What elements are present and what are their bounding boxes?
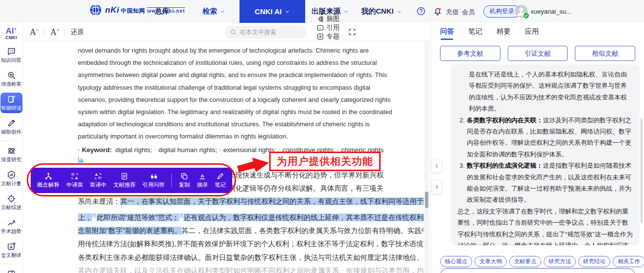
translate-icon: A bbox=[7, 242, 16, 251]
panel-scrollbar-thumb[interactable] bbox=[641, 118, 643, 223]
abstract-line: asymmetries between digital power and di… bbox=[78, 69, 384, 81]
in-document-search[interactable] bbox=[225, 26, 307, 39]
sidebar-item-2[interactable]: 增强检索 bbox=[0, 69, 22, 89]
body-text-line: 其内在逻辑关联，以及立法机关在确认权利类型时如何明晰不同权利之间的隶属关系、衔接… bbox=[78, 264, 384, 273]
nav-item-jiansuo[interactable]: 检索 bbox=[202, 0, 225, 23]
专题-button[interactable]: 专题 bbox=[316, 32, 339, 41]
docrec-icon bbox=[120, 172, 129, 180]
sidebar-item-6[interactable]: 文献计量 bbox=[0, 168, 22, 189]
doc-scrollbar-thumb[interactable] bbox=[425, 192, 428, 208]
abstract-line: scenarios, providing theoretical support… bbox=[78, 94, 384, 106]
divider bbox=[0, 140, 13, 141]
sidebar-item-4[interactable]: 辅助创作 bbox=[0, 117, 22, 137]
search-plus-icon bbox=[7, 71, 16, 80]
recharge-link[interactable]: 充值 bbox=[446, 8, 459, 17]
sidebar-item-9[interactable]: A全文翻译 bbox=[0, 240, 22, 260]
chat-icon bbox=[7, 47, 16, 56]
nav-item-zongku[interactable]: 总库 bbox=[155, 0, 176, 23]
tab-应用[interactable]: 应用 bbox=[525, 27, 539, 40]
book-icon bbox=[7, 95, 16, 104]
quote-icon bbox=[149, 172, 158, 180]
logo-brand-cn: 中国知网 bbox=[121, 7, 145, 14]
font-increase-button[interactable]: A+ bbox=[50, 27, 59, 37]
tag-相关工作[interactable]: 相关工作 bbox=[613, 256, 644, 267]
tag-研究结论[interactable]: 研究结论 bbox=[578, 256, 610, 267]
nav-item-cnkiai[interactable]: CNKI AI bbox=[239, 0, 305, 23]
footnote-marker[interactable]: 注 bbox=[92, 213, 97, 218]
keyword[interactable]: digital human rights; bbox=[158, 146, 217, 154]
sidebar-item-1[interactable]: 知识问答 bbox=[0, 45, 22, 65]
answer-summary: 总之，这段文字强调了在数字时代，理解和定义数字权利的重要性，同时也指出了当前研究… bbox=[458, 206, 633, 245]
keyword[interactable]: digital rights; bbox=[115, 146, 152, 154]
bell-icon[interactable] bbox=[433, 6, 442, 16]
username[interactable]: xueyanai_su... bbox=[531, 8, 571, 15]
svg-text:A: A bbox=[75, 176, 78, 180]
tag-文章大纲[interactable]: 文章大纲 bbox=[475, 256, 507, 267]
svg-text:中: 中 bbox=[71, 173, 75, 177]
help-icon[interactable] bbox=[416, 6, 426, 16]
logo-brand: nKi中国知网 bbox=[105, 5, 145, 15]
相似文献-button[interactable]: 相似文献 bbox=[575, 46, 635, 61]
globe-icon bbox=[89, 3, 102, 17]
popup-概念解释-button[interactable]: 概念解释 bbox=[37, 172, 59, 189]
keyword-label: Keyword: bbox=[82, 146, 112, 154]
annotation-label: 为用户提供相关功能 bbox=[269, 152, 381, 171]
ai-cnki-logo[interactable]: AI+ CNKI bbox=[5, 27, 17, 40]
引证文献-button[interactable]: 引证文献 bbox=[508, 46, 568, 61]
question-input[interactable] bbox=[440, 268, 635, 273]
body-text-line: 念前附加“数字”前缀的表述重构。其二，在法律实践层面，各类数字权利的隶属关系与效… bbox=[78, 224, 384, 237]
popup-复制-button[interactable]: 复制 bbox=[179, 172, 190, 189]
ai-answer-card: 是在线下还是线上，个人的基本权利如隐私权、言论自由等都应受到同等的保护。这种观点… bbox=[451, 64, 640, 245]
popup-笔记-button[interactable]: 笔记 bbox=[215, 172, 226, 189]
abstract-line: novel demands for rights brought about b… bbox=[78, 44, 384, 57]
popup-文献推荐-button[interactable]: 文献推荐 bbox=[113, 172, 136, 189]
popup-摘录-button[interactable]: A摘录 bbox=[197, 172, 208, 189]
svg-text:A: A bbox=[95, 173, 98, 177]
keyword[interactable]: extensional rights; bbox=[223, 146, 276, 154]
fullscreen-icon[interactable] bbox=[348, 28, 356, 36]
chartmini-icon[interactable] bbox=[155, 147, 156, 153]
doc-scrollbar-track bbox=[424, 41, 429, 273]
tag-文献要点[interactable]: 文献要点 bbox=[509, 256, 541, 267]
chevron-right-icon[interactable] bbox=[432, 179, 442, 194]
tab-精要[interactable]: 精要 bbox=[497, 27, 511, 40]
popup-中译英-button[interactable]: 中A中译英 bbox=[66, 172, 83, 189]
popup-英译中-button[interactable]: A中英译中 bbox=[90, 172, 107, 189]
member-link[interactable]: 会员 bbox=[462, 8, 475, 17]
left-sidebar: AI+ CNKI 知识问答增强检索智能研读辅助创作深度研究文献计量文献综述学术趋… bbox=[0, 23, 23, 273]
abstract-line: embedded through the technicalization of… bbox=[78, 57, 384, 69]
参考文献-button[interactable]: 参考文献 bbox=[440, 46, 500, 61]
zh2en-icon: 中A bbox=[71, 172, 79, 180]
tag-核心观点[interactable]: 核心观点 bbox=[440, 256, 472, 267]
sidebar-item-3[interactable]: 智能研读 bbox=[0, 93, 22, 113]
avatar[interactable] bbox=[515, 5, 528, 18]
nav-item-mycnki[interactable]: 我的CNKI bbox=[361, 0, 402, 23]
answer-list-item: 2.各类数字权利的内在关联：这涉及到不同类型的数字权利之间是否存在内在联系，比如… bbox=[458, 115, 633, 160]
tab-问答[interactable]: 问答 bbox=[440, 27, 454, 40]
footnote-marker[interactable]: 注 bbox=[179, 213, 184, 218]
sidebar-item-7[interactable]: 文献综述 bbox=[0, 192, 22, 213]
space-icon bbox=[7, 270, 16, 273]
reset-button[interactable]: 还原 bbox=[71, 28, 84, 37]
引用-button[interactable]: 引用 bbox=[316, 23, 339, 32]
chevron-left-icon[interactable] bbox=[432, 158, 442, 173]
answer-list-item: 3.数字权利的生成演化逻辑：这是指数字权利是如何随着技术的发展和社会需求的变化而… bbox=[458, 160, 633, 206]
search-input[interactable] bbox=[239, 29, 298, 36]
脑图-button[interactable]: 脑图 bbox=[316, 15, 339, 23]
chartmini-icon[interactable] bbox=[220, 147, 221, 153]
tab-笔记[interactable]: 笔记 bbox=[468, 27, 482, 40]
excerpt-icon: A bbox=[198, 172, 206, 180]
font-decrease-button[interactable]: A− bbox=[30, 27, 39, 37]
sidebar-item-5[interactable]: 深度研究 bbox=[0, 144, 22, 165]
divider bbox=[44, 29, 45, 36]
popup-引用问答-button[interactable]: 引用问答 bbox=[143, 172, 165, 189]
quick-question-tags: 核心观点文章大纲文献要点研究方法研究结论相关工作 bbox=[440, 256, 644, 267]
tag-研究方法[interactable]: 研究方法 bbox=[544, 256, 576, 267]
mindmap-icon bbox=[316, 15, 324, 23]
sidebar-item-10[interactable]: 我的空间 bbox=[0, 268, 22, 273]
svg-text:A: A bbox=[201, 173, 204, 178]
sidebar-item-8[interactable]: 学术趋势 bbox=[0, 216, 22, 236]
chevron-down-icon bbox=[220, 9, 225, 15]
search-icon bbox=[230, 29, 237, 36]
chartmini-icon[interactable] bbox=[78, 156, 84, 163]
